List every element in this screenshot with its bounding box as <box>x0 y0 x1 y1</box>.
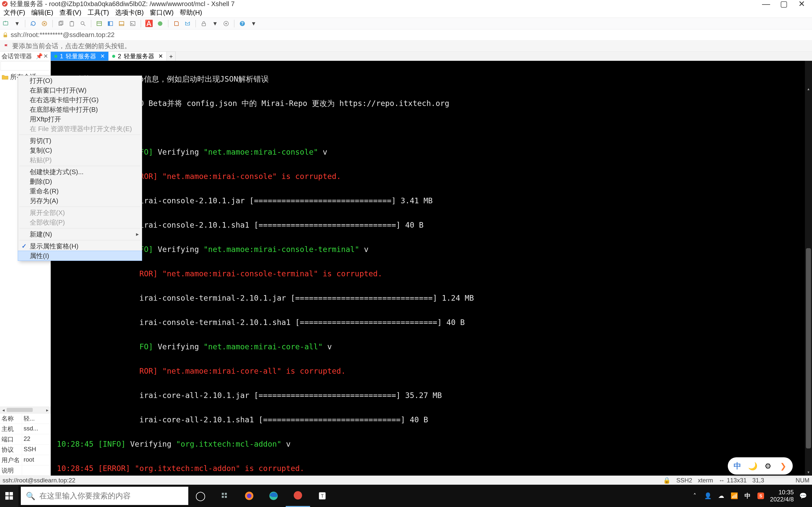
menu-window[interactable]: 窗口(W) <box>148 7 175 18</box>
edge-icon[interactable] <box>261 485 286 507</box>
svg-rect-21 <box>10 492 13 496</box>
tool-xftp[interactable] <box>183 19 192 28</box>
ctx-cut[interactable]: 剪切(T) <box>18 136 142 146</box>
tool-theme[interactable] <box>156 19 164 28</box>
prop-proto-key: 协议 <box>0 445 22 455</box>
xshell-taskbar-icon[interactable] <box>286 485 310 507</box>
menu-file[interactable]: 文件(F) <box>2 7 27 18</box>
tab-1-label: 轻量服务器 <box>66 52 96 60</box>
firefox-icon[interactable] <box>237 485 261 507</box>
tool-script[interactable] <box>172 19 181 28</box>
tool-help-dropdown[interactable]: ▾ <box>249 19 258 28</box>
ime-floating-bar[interactable]: 中 🌙 ⚙ ❯ <box>728 457 793 474</box>
tool-open[interactable]: ▾ <box>13 19 21 28</box>
ctx-open-right-group[interactable]: 在右选项卡组中打开(G) <box>18 95 142 105</box>
svg-text:S: S <box>759 494 762 498</box>
tool-options[interactable] <box>222 19 231 28</box>
scroll-thumb[interactable] <box>806 248 811 448</box>
typora-icon[interactable]: T <box>310 485 335 507</box>
tool-find[interactable] <box>79 19 87 28</box>
tab-add[interactable]: ＋ <box>166 51 175 61</box>
svg-point-31 <box>294 491 302 500</box>
status-pos: 31,3 <box>752 477 764 484</box>
tool-help[interactable]: ? <box>238 19 247 28</box>
session-tree[interactable]: 所有会话 打开(O) 在新窗口中打开(W) 在右选项卡组中打开(G) 在底部标签… <box>0 71 50 407</box>
tool-sessions-panel[interactable] <box>95 19 104 28</box>
terminal-vscrollbar[interactable]: ▴ ▾ <box>805 61 812 475</box>
tool-new-session[interactable] <box>2 19 10 28</box>
ctx-shortcut[interactable]: 创建快捷方式(S)... <box>18 167 142 177</box>
window-maximize-button[interactable]: ▢ <box>775 0 793 8</box>
address-bar: ssh://root:*********@ssdlearn.top:22 <box>0 30 812 41</box>
tray-notifications-icon[interactable]: 💬 <box>799 492 807 500</box>
tool-compose[interactable] <box>117 19 126 28</box>
menu-view[interactable]: 查看(V) <box>58 7 83 18</box>
ctx-open[interactable]: 打开(O) <box>18 76 142 86</box>
search-icon: 🔍 <box>26 492 35 500</box>
session-context-menu: 打开(O) 在新窗口中打开(W) 在右选项卡组中打开(G) 在底部标签组中打开(… <box>18 75 142 261</box>
window-titlebar: 轻量服务器 - root@iZbp10xba0qka68diw5lb0Z: /w… <box>0 0 812 8</box>
tool-tunneling[interactable] <box>106 19 115 28</box>
ime-expand-icon[interactable]: ❯ <box>778 461 788 470</box>
ctx-open-xftp[interactable]: 用Xftp打开 <box>18 114 142 124</box>
toolbar-separator <box>25 20 26 27</box>
panel-pin-button[interactable]: 📌 <box>36 53 42 60</box>
ime-moon-icon[interactable]: 🌙 <box>748 461 757 470</box>
tray-onedrive-icon[interactable]: ☁ <box>717 492 725 500</box>
taskbar-search[interactable]: 🔍 <box>21 487 188 505</box>
scroll-down[interactable]: ▾ <box>805 468 812 475</box>
scroll-right[interactable]: ▸ <box>44 407 50 413</box>
menu-tools[interactable]: 工具(T) <box>86 7 111 18</box>
status-caps: NUM <box>796 477 809 484</box>
window-minimize-button[interactable]: — <box>757 0 775 8</box>
tool-copy[interactable] <box>56 19 65 28</box>
menu-tabs[interactable]: 选项卡(B) <box>114 7 145 18</box>
tray-people-icon[interactable]: 👤 <box>704 492 712 500</box>
ctx-copy[interactable]: 复制(C) <box>18 146 142 155</box>
ctx-properties[interactable]: 属性(I) <box>18 251 142 261</box>
ctx-show-prop-pane[interactable]: 显示属性窗格(H) <box>18 241 142 251</box>
svg-point-15 <box>225 23 227 24</box>
ctx-save-as[interactable]: 另存为(A) <box>18 196 142 206</box>
tool-reconnect[interactable] <box>29 19 38 28</box>
tool-disconnect[interactable] <box>40 19 49 28</box>
tray-sogou-icon[interactable]: S <box>757 492 765 500</box>
tool-lock[interactable] <box>199 19 208 28</box>
tab-2-close[interactable]: ✕ <box>158 53 163 60</box>
ime-lang-icon[interactable]: 中 <box>733 461 742 470</box>
tool-quick-command[interactable] <box>129 19 137 28</box>
tray-clock[interactable]: 10:35 2022/4/8 <box>770 489 794 503</box>
scroll-thumb[interactable] <box>7 408 33 412</box>
address-text[interactable]: ssh://root:*********@ssdlearn.top:22 <box>11 31 809 39</box>
ctx-rename[interactable]: 重命名(R) <box>18 186 142 196</box>
window-close-button[interactable]: ✕ <box>793 0 810 8</box>
tray-ime-cn-icon[interactable]: 中 <box>744 492 751 500</box>
tab-1-close[interactable]: ✕ <box>100 53 105 60</box>
scroll-left[interactable]: ◂ <box>0 407 7 413</box>
prop-proto-val: SSH <box>22 445 50 455</box>
ctx-open-bottom-group[interactable]: 在底部标签组中打开(B) <box>18 105 142 114</box>
menu-help[interactable]: 帮助(H) <box>178 7 204 18</box>
tool-font-color[interactable]: 🅰️ <box>145 19 153 28</box>
tab-session-2[interactable]: 2 轻量服务器 ✕ <box>108 51 166 61</box>
start-button[interactable] <box>0 485 18 507</box>
tree-hscrollbar[interactable]: ◂ ▸ <box>0 407 50 413</box>
tray-wifi-icon[interactable]: 📶 <box>730 492 738 500</box>
terminal[interactable]: 如果无法获取Mirai-Repo信息，例如启动时出现JSON解析错误 0 Bet… <box>51 61 812 475</box>
tool-key[interactable]: ▾ <box>211 19 219 28</box>
svg-point-7 <box>81 21 84 24</box>
task-view-icon[interactable]: ◯ <box>188 485 213 507</box>
menu-edit[interactable]: 编辑(E) <box>30 7 55 18</box>
ctx-new[interactable]: 新建(N) <box>18 229 142 239</box>
ime-settings-icon[interactable]: ⚙ <box>763 461 772 470</box>
cortana-icon[interactable] <box>213 485 237 507</box>
panel-close-button[interactable]: ✕ <box>42 53 49 60</box>
session-search-box[interactable]: 🔍 <box>1 61 50 70</box>
ctx-delete[interactable]: 删除(D) <box>18 177 142 186</box>
svg-rect-20 <box>5 492 9 496</box>
tab-session-1[interactable]: 1 轻量服务器 ✕ <box>50 51 109 61</box>
taskbar-search-input[interactable] <box>39 492 183 500</box>
tool-paste[interactable] <box>67 19 76 28</box>
tray-chevron-up-icon[interactable]: ˄ <box>691 492 699 500</box>
ctx-open-new-window[interactable]: 在新窗口中打开(W) <box>18 86 142 95</box>
